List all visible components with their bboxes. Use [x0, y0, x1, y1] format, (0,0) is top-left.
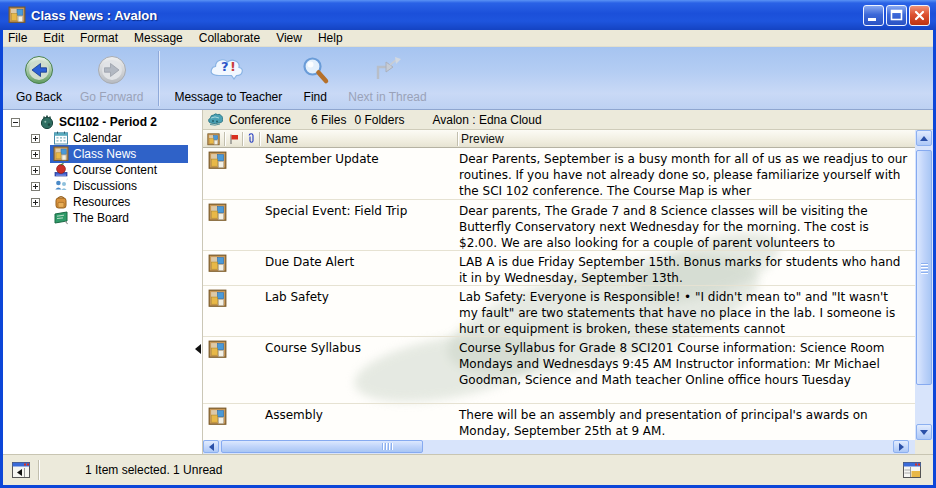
vertical-scrollbar[interactable] [915, 130, 933, 440]
item-type-column-icon[interactable] [207, 130, 220, 148]
close-button[interactable] [909, 5, 930, 26]
go-back-icon [24, 52, 54, 88]
preview-column-header[interactable]: Preview [461, 130, 504, 148]
item-name: September Update [265, 148, 459, 199]
chalkboard-icon [53, 210, 69, 226]
next-in-thread-label: Next in Thread [348, 90, 427, 104]
expand-icon[interactable] [31, 166, 40, 175]
menu-help[interactable]: Help [310, 30, 351, 47]
window-title: Class News : Avalon [31, 8, 863, 23]
arrow-down-icon [920, 430, 928, 435]
minimize-button[interactable] [863, 5, 884, 26]
close-icon [911, 7, 928, 24]
toolbar-separator [158, 51, 159, 106]
menu-file[interactable]: File [0, 30, 35, 47]
conference-label: Conference [229, 113, 291, 127]
list-item[interactable]: Course Syllabus Course Syllabus for Grad… [203, 336, 915, 403]
flag-column-icon[interactable] [228, 130, 240, 148]
sidebar-item-the-board[interactable]: The Board [3, 210, 202, 226]
layout-toggle-icon[interactable] [903, 462, 921, 478]
column-header-row: Name Preview [203, 130, 915, 148]
course-home-icon [39, 114, 55, 130]
sidebar-item-label: Class News [73, 147, 136, 161]
vertical-scroll-thumb[interactable] [916, 150, 932, 385]
status-separator [38, 460, 39, 480]
files-count: 6 Files [311, 113, 346, 127]
find-icon [300, 52, 330, 88]
scroll-left-button[interactable] [203, 440, 219, 453]
sidebar-item-resources[interactable]: Resources [3, 194, 202, 210]
list-item[interactable]: Due Date Alert LAB A is due Friday Septe… [203, 250, 915, 285]
menu-collaborate[interactable]: Collaborate [191, 30, 268, 47]
item-preview: Dear Parents, September is a busy month … [459, 148, 909, 199]
backpack-icon [53, 194, 69, 210]
expand-icon[interactable] [31, 134, 40, 143]
item-name: Assembly [265, 404, 459, 438]
name-column-header[interactable]: Name [266, 130, 298, 148]
item-preview: LAB A is due Friday September 15th. Bonu… [459, 251, 909, 285]
message-list: September Update Dear Parents, September… [203, 148, 915, 440]
list-item[interactable]: Special Event: Field Trip Dear parents, … [203, 199, 915, 250]
horizontal-scroll-thumb[interactable] [221, 440, 423, 453]
folders-count: 0 Folders [354, 113, 404, 127]
pane-toggle-icon[interactable] [12, 462, 30, 478]
expand-icon[interactable] [31, 182, 40, 191]
menu-view[interactable]: View [268, 30, 310, 47]
scrollbar-corner [915, 440, 933, 454]
class-news-icon [8, 6, 26, 24]
sidebar-item-course-content[interactable]: Course Content [3, 162, 202, 178]
bulletin-board-icon [208, 151, 227, 170]
scroll-right-button[interactable] [893, 440, 909, 453]
expand-icon[interactable] [31, 150, 40, 159]
toolbar: Go Back Go Forward ? ! Message to T [3, 47, 933, 110]
collapse-expander-icon[interactable] [11, 118, 20, 127]
bulletin-board-icon [208, 203, 227, 222]
sidebar-item-discussions[interactable]: Discussions [3, 178, 202, 194]
menu-edit[interactable]: Edit [35, 30, 72, 47]
next-in-thread-button: Next in Thread [339, 49, 436, 109]
maximize-button[interactable] [886, 5, 907, 26]
scroll-up-button[interactable] [916, 130, 932, 146]
paperclip-icon [245, 133, 257, 145]
status-bar: 1 Item selected. 1 Unread [3, 454, 933, 485]
menu-format[interactable]: Format [72, 30, 126, 47]
sidebar-item-calendar[interactable]: Calendar [3, 130, 202, 146]
arrow-left-icon [209, 443, 214, 451]
tree-root-sci102[interactable]: SCI102 - Period 2 [3, 114, 202, 130]
horizontal-scrollbar[interactable] [203, 440, 915, 454]
sidebar-item-class-news[interactable]: Class News [3, 146, 202, 162]
conference-icon [207, 112, 223, 128]
go-forward-label: Go Forward [80, 90, 143, 104]
maximize-icon [888, 7, 905, 24]
menu-bar: File Edit Format Message Collaborate Vie… [0, 30, 936, 47]
message-cloud-icon: ? ! [208, 52, 248, 88]
splitter-collapse-handle[interactable] [195, 344, 201, 354]
red-flag-icon [228, 133, 240, 145]
sidebar-item-label: Calendar [73, 131, 122, 145]
go-forward-button: Go Forward [71, 49, 152, 109]
go-back-button[interactable]: Go Back [7, 49, 71, 109]
item-name: Lab Safety [265, 286, 459, 336]
find-button[interactable]: Find [291, 49, 339, 109]
message-to-teacher-button[interactable]: ? ! Message to Teacher [165, 49, 291, 109]
attachment-column-icon[interactable] [245, 130, 257, 148]
conference-info-bar: Conference 6 Files 0 Folders Avalon : Ed… [203, 110, 933, 130]
minimize-icon [865, 7, 882, 24]
sidebar-item-label: Discussions [73, 179, 137, 193]
bulletin-board-icon [208, 289, 227, 308]
list-item[interactable]: September Update Dear Parents, September… [203, 148, 915, 199]
find-label: Find [304, 90, 327, 104]
list-item[interactable]: Lab Safety Lab Safety: Everyone is Respo… [203, 285, 915, 336]
sidebar-tree: SCI102 - Period 2 Calendar Class News [3, 110, 203, 454]
list-item[interactable]: Assembly There will be an assembly and p… [203, 403, 915, 438]
menu-message[interactable]: Message [126, 30, 191, 47]
status-text: 1 Item selected. 1 Unread [85, 463, 903, 477]
item-name: Special Event: Field Trip [265, 200, 459, 250]
go-forward-icon [97, 52, 127, 88]
scroll-down-button[interactable] [916, 424, 932, 440]
svg-text:!: ! [230, 59, 236, 74]
item-preview: Lab Safety: Everyone is Responsible! • "… [459, 286, 909, 336]
expand-icon[interactable] [31, 198, 40, 207]
item-preview: There will be an assembly and presentati… [459, 404, 909, 438]
tree-root-label: SCI102 - Period 2 [59, 115, 157, 129]
